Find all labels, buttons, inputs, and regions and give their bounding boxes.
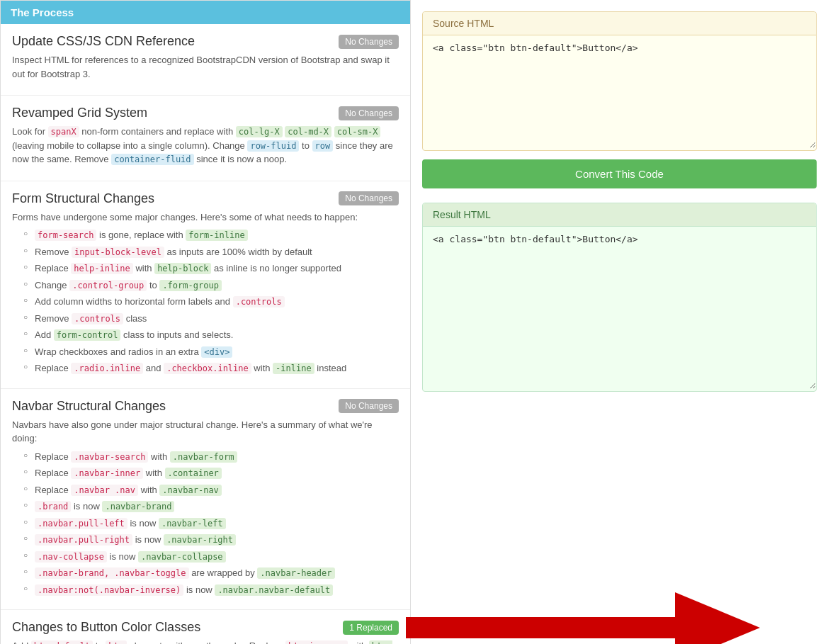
section-form-structural: Form Structural Changes No Changes Forms… xyxy=(1,181,410,389)
code-navbar-not-inverse: .navbar:not(.navbar-inverse) xyxy=(35,584,183,596)
code-navbar-form: .navbar-form xyxy=(170,451,237,463)
section-desc-button-color: Add btn-default to btn elements with no … xyxy=(12,639,399,644)
code-container: .container xyxy=(165,468,222,479)
code-navbar-pull-right: .navbar.pull-right xyxy=(35,534,132,546)
code-navbar-nav-old: .navbar .nav xyxy=(71,485,138,496)
code-navbar-right: .navbar-right xyxy=(164,534,236,546)
section-navbar-structural: Navbar Structural Changes No Changes Nav… xyxy=(1,389,410,611)
list-item: Add column widths to horizontal form lab… xyxy=(23,295,399,309)
section-desc-revamped-grid: Look for spanX non-form containers and r… xyxy=(12,125,399,166)
section-title-update-cdn: Update CSS/JS CDN Reference xyxy=(12,34,195,49)
code-div: <div> xyxy=(201,346,232,358)
badge-button-color: 1 Replaced xyxy=(343,621,399,635)
list-item: Remove input-block-level as inputs are 1… xyxy=(23,245,399,259)
section-desc-navbar: Navbars have also gone under major struc… xyxy=(12,418,399,446)
code-form-control: form-control xyxy=(54,329,121,341)
code-navbar-pull-left: .navbar.pull-left xyxy=(35,518,127,529)
red-arrow-icon xyxy=(406,592,760,645)
section-title-revamped-grid: Revamped Grid System xyxy=(12,106,147,120)
code-navbar-brand: .navbar-brand xyxy=(102,501,174,512)
list-item: .navbar.pull-left is now .navbar-left xyxy=(23,516,399,531)
code-navbar-inner: .navbar-inner xyxy=(71,468,143,479)
code-brand: .brand xyxy=(35,501,71,512)
section-revamped-grid: Revamped Grid System No Changes Look for… xyxy=(1,96,410,181)
badge-update-cdn: No Changes xyxy=(339,35,399,49)
section-title-form-structural: Form Structural Changes xyxy=(12,191,154,206)
list-item: .navbar-brand, .navbar-toggle are wrappe… xyxy=(23,566,399,580)
form-changes-list: form-search is gone, replace with form-i… xyxy=(12,228,399,375)
code-navbar-header: .navbar-header xyxy=(257,567,334,579)
section-desc-form-structural: Forms have undergone some major changes.… xyxy=(12,210,399,225)
code-help-block: help-block xyxy=(154,263,211,274)
code-col-md-X: col-md-X xyxy=(285,126,331,137)
list-item: Replace .navbar-inner with .container xyxy=(23,466,399,480)
section-update-cdn: Update CSS/JS CDN Reference No Changes I… xyxy=(1,24,410,96)
panel-header: The Process xyxy=(1,1,410,24)
svg-marker-0 xyxy=(406,592,760,645)
code-navbar-brand-toggle: .navbar-brand, .navbar-toggle xyxy=(35,567,189,579)
list-item: Add form-control class to inputs and sel… xyxy=(23,328,399,342)
source-html-header: Source HTML xyxy=(423,12,816,35)
list-item: Replace .radio.inline and .checkbox.inli… xyxy=(23,361,399,375)
list-item: Replace .navbar-search with .navbar-form xyxy=(23,450,399,464)
section-title-navbar: Navbar Structural Changes xyxy=(12,399,166,414)
list-item: Replace .navbar .nav with .navbar-nav xyxy=(23,483,399,497)
badge-revamped-grid: No Changes xyxy=(339,106,399,120)
code-col-lg-X: col-lg-X xyxy=(236,126,283,137)
code-navbar-collapse: .navbar-collapse xyxy=(138,551,226,563)
source-html-textarea[interactable]: <a class="btn btn-default">Button</a> xyxy=(423,35,816,148)
code-spanX: spanX xyxy=(48,126,79,137)
code-checkbox-inline: .checkbox.inline xyxy=(164,363,251,374)
badge-navbar: No Changes xyxy=(339,399,399,413)
list-item: .nav-collapse is now .navbar-collapse xyxy=(23,550,399,564)
list-item: Remove .controls class xyxy=(23,312,399,326)
code-navbar-nav-new: .navbar-nav xyxy=(159,485,221,496)
list-item: form-search is gone, replace with form-i… xyxy=(23,228,399,242)
code-row: row xyxy=(312,140,334,152)
code-radio-inline: .radio.inline xyxy=(71,363,143,374)
right-panel: Source HTML <a class="btn btn-default">B… xyxy=(411,0,828,644)
code-container-fluid: container-fluid xyxy=(111,154,193,165)
section-desc-update-cdn: Inspect HTML for references to a recogni… xyxy=(12,53,399,81)
left-panel: The Process Update CSS/JS CDN Reference … xyxy=(0,0,411,644)
result-html-header: Result HTML xyxy=(423,203,816,226)
list-item: Replace help-inline with help-block as i… xyxy=(23,261,399,276)
code-controls-2: .controls xyxy=(72,313,123,324)
code-form-inline: form-inline xyxy=(186,230,247,241)
code-help-inline: help-inline xyxy=(71,263,132,274)
list-item: Wrap checkboxes and radios in an extra <… xyxy=(23,345,399,359)
code-btn: btn xyxy=(106,640,127,644)
code-controls-1: .controls xyxy=(233,296,285,307)
source-html-box: Source HTML <a class="btn btn-default">B… xyxy=(422,11,817,151)
badge-form-structural: No Changes xyxy=(339,191,399,205)
code-navbar-default: .navbar.navbar-default xyxy=(215,584,333,596)
code-row-fluid: row-fluid xyxy=(247,140,299,152)
code-btn-default-old: btn-default xyxy=(31,640,93,644)
list-item: .navbar.pull-right is now .navbar-right xyxy=(23,533,399,547)
list-item: Change .control-group to .form-group xyxy=(23,278,399,293)
section-button-color: Changes to Button Color Classes 1 Replac… xyxy=(1,610,410,644)
code-control-group: .control-group xyxy=(69,280,147,291)
result-html-box: Result HTML <a class="btn btn-default">B… xyxy=(422,203,817,392)
convert-button[interactable]: Convert This Code xyxy=(422,159,817,188)
code-form-search: form-search xyxy=(35,230,96,241)
panel-title: The Process xyxy=(11,6,74,18)
code-form-group: .form-group xyxy=(159,280,221,291)
code-inline: -inline xyxy=(273,363,314,374)
code-navbar-left: .navbar-left xyxy=(159,518,226,529)
code-nav-collapse: .nav-collapse xyxy=(35,551,107,563)
code-navbar-search: .navbar-search xyxy=(71,451,148,463)
code-col-sm-X: col-sm-X xyxy=(334,126,381,137)
navbar-changes-list: Replace .navbar-search with .navbar-form… xyxy=(12,450,399,597)
list-item: .navbar:not(.navbar-inverse) is now .nav… xyxy=(23,583,399,597)
result-html-textarea[interactable]: <a class="btn btn-default">Button</a> xyxy=(423,226,816,389)
list-item: .brand is now .navbar-brand xyxy=(23,499,399,514)
code-btn-inverse: btn-inverse xyxy=(285,640,347,644)
section-title-button-color: Changes to Button Color Classes xyxy=(12,620,200,635)
code-input-block-level: input-block-level xyxy=(72,247,164,258)
